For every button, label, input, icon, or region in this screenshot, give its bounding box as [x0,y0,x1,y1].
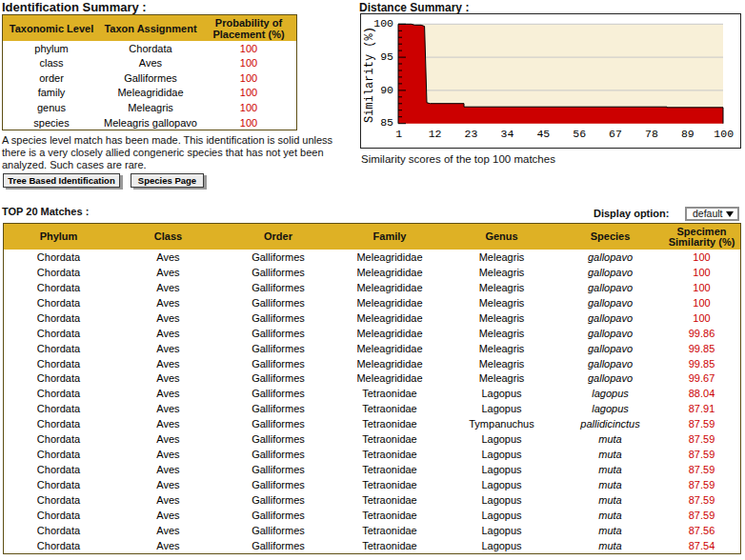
svg-text:85: 85 [380,116,393,129]
svg-text:56: 56 [573,128,586,140]
svg-text:45: 45 [536,128,550,140]
svg-text:Similarity (%): Similarity (%) [363,27,376,123]
svg-text:100: 100 [714,128,734,140]
svg-text:95: 95 [380,50,393,63]
svg-text:1: 1 [395,128,402,140]
svg-text:12: 12 [429,128,442,140]
svg-text:67: 67 [609,128,622,140]
svg-text:23: 23 [465,128,478,140]
svg-text:89: 89 [681,128,695,140]
svg-text:34: 34 [500,128,513,140]
svg-text:78: 78 [645,128,658,140]
svg-text:100: 100 [373,17,393,30]
svg-text:90: 90 [380,84,393,96]
